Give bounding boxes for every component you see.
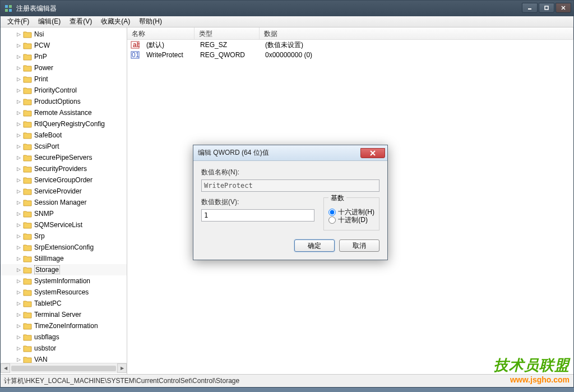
list-row[interactable]: 011WriteProtectREG_QWORD0x00000000 (0) [127,50,573,60]
tree-item[interactable]: ▷Nsi [1,29,127,40]
cell-data: 0x00000000 (0) [261,51,317,59]
tree-item[interactable]: ▷usbstor [1,343,127,354]
window-title: 注册表编辑器 [16,4,522,13]
tree-item[interactable]: ▷ServiceGroupOrder [1,174,127,186]
expander-icon[interactable]: ▷ [15,109,22,116]
expander-icon[interactable]: ▷ [15,64,22,71]
tree-item[interactable]: ▷PCW [1,40,127,51]
expander-icon[interactable]: ▷ [15,121,22,127]
expander-icon[interactable]: ▷ [15,345,22,352]
tree-item[interactable]: ▷PriorityControl [1,85,127,96]
tree-item[interactable]: ▷Terminal Server [1,309,127,320]
header-name[interactable]: 名称 [127,27,195,39]
tree[interactable]: ▷Nsi▷PCW▷PnP▷Power▷Print▷PriorityControl… [1,27,127,363]
cancel-button[interactable]: 取消 [339,239,379,252]
maximize-button[interactable] [539,3,554,13]
menu-view[interactable]: 查看(V) [65,16,96,27]
expander-icon[interactable]: ▷ [15,334,22,340]
list-row[interactable]: ab(默认)REG_SZ(数值未设置) [127,40,573,50]
tree-item[interactable]: ▷SafeBoot [1,130,127,141]
expander-icon[interactable]: ▷ [15,300,22,307]
menu-file[interactable]: 文件(F) [3,16,34,27]
tree-item[interactable]: ▷Remote Assistance [1,107,127,118]
tree-item[interactable]: ▷ProductOptions [1,96,127,107]
expander-icon[interactable]: ▷ [15,266,22,273]
titlebar[interactable]: 注册表编辑器 [1,1,573,16]
expander-icon[interactable]: ▷ [15,322,22,329]
tree-item-label: SrpExtensionConfig [34,243,94,251]
tree-item[interactable]: ▷SecurityProviders [1,163,127,174]
tree-item[interactable]: ▷TimeZoneInformation [1,320,127,331]
data-field[interactable] [201,209,314,222]
folder-icon [23,333,32,341]
expander-icon[interactable]: ▷ [15,289,22,296]
expander-icon[interactable]: ▷ [15,87,22,94]
expander-icon[interactable]: ▷ [15,76,22,82]
expander-icon[interactable]: ▷ [15,188,22,195]
expander-icon[interactable]: ▷ [15,132,22,139]
tree-item[interactable]: ▷Print [1,73,127,85]
tree-item[interactable]: ▷SrpExtensionConfig [1,242,127,253]
tree-item[interactable]: ▷Srp [1,230,127,242]
statusbar: 计算机\HKEY_LOCAL_MACHINE\SYSTEM\CurrentCon… [1,374,573,386]
tree-item[interactable]: ▷SystemResources [1,287,127,298]
expander-icon[interactable]: ▷ [15,278,22,284]
radix-dec-label: 十进制(D) [338,215,368,225]
expander-icon[interactable]: ▷ [15,311,22,318]
menu-help[interactable]: 帮助(H) [135,16,166,27]
dialog-titlebar[interactable]: 编辑 QWORD (64 位)值 [193,145,387,161]
expander-icon[interactable]: ▷ [15,154,22,161]
radix-hex-radio[interactable] [328,209,336,216]
radix-dec-radio[interactable] [328,216,336,224]
expander-icon[interactable]: ▷ [15,356,22,363]
close-button[interactable] [556,3,571,13]
list-body[interactable]: ab(默认)REG_SZ(数值未设置)011WriteProtectREG_QW… [127,40,573,60]
tree-item[interactable]: ▷Storage [1,264,127,275]
tree-item-label: Session Manager [34,199,86,206]
tree-item[interactable]: ▷RtlQueryRegistryConfig [1,118,127,130]
folder-icon [23,221,32,229]
tree-item[interactable]: ▷SNMP [1,208,127,219]
expander-icon[interactable]: ▷ [15,210,22,217]
tree-item-label: StillImage [34,255,64,262]
dialog-close-button[interactable] [360,148,385,158]
tree-item[interactable]: ▷ServiceProvider [1,186,127,197]
expander-icon[interactable]: ▷ [15,177,22,183]
folder-icon [23,266,32,274]
tree-item[interactable]: ▷Power [1,62,127,73]
tree-item[interactable]: ▷SecurePipeServers [1,152,127,163]
expander-icon[interactable]: ▷ [15,31,22,38]
tree-item[interactable]: ▷ScsiPort [1,141,127,152]
folder-icon [23,131,32,139]
ok-button[interactable]: 确定 [294,239,335,252]
expander-icon[interactable]: ▷ [15,53,22,60]
expander-icon[interactable]: ▷ [15,143,22,150]
header-data[interactable]: 数据 [260,27,573,39]
scroll-thumb[interactable] [11,366,116,371]
tree-item[interactable]: ▷SystemInformation [1,275,127,287]
tree-item[interactable]: ▷Session Manager [1,197,127,208]
scroll-right-icon[interactable]: ▶ [117,363,127,373]
tree-item[interactable]: ▷usbflags [1,331,127,343]
tree-item[interactable]: ▷PnP [1,51,127,62]
scroll-left-icon[interactable]: ◀ [1,363,10,373]
expander-icon[interactable]: ▷ [15,222,22,228]
expander-icon[interactable]: ▷ [15,98,22,105]
tree-item-label: SystemInformation [34,277,90,285]
horizontal-scrollbar[interactable]: ◀ ▶ [1,363,127,373]
menu-edit[interactable]: 编辑(E) [34,16,65,27]
tree-item[interactable]: ▷StillImage [1,253,127,264]
header-type[interactable]: 类型 [195,27,260,39]
minimize-button[interactable] [522,3,538,13]
tree-item[interactable]: ▷SQMServiceList [1,219,127,230]
expander-icon[interactable]: ▷ [15,233,22,239]
expander-icon[interactable]: ▷ [15,165,22,172]
tree-item[interactable]: ▷VAN [1,354,127,363]
menu-favorites[interactable]: 收藏夹(A) [96,16,135,27]
folder-icon [23,277,32,285]
expander-icon[interactable]: ▷ [15,199,22,206]
expander-icon[interactable]: ▷ [15,255,22,262]
expander-icon[interactable]: ▷ [15,244,22,251]
tree-item[interactable]: ▷TabletPC [1,298,127,309]
expander-icon[interactable]: ▷ [15,42,22,49]
